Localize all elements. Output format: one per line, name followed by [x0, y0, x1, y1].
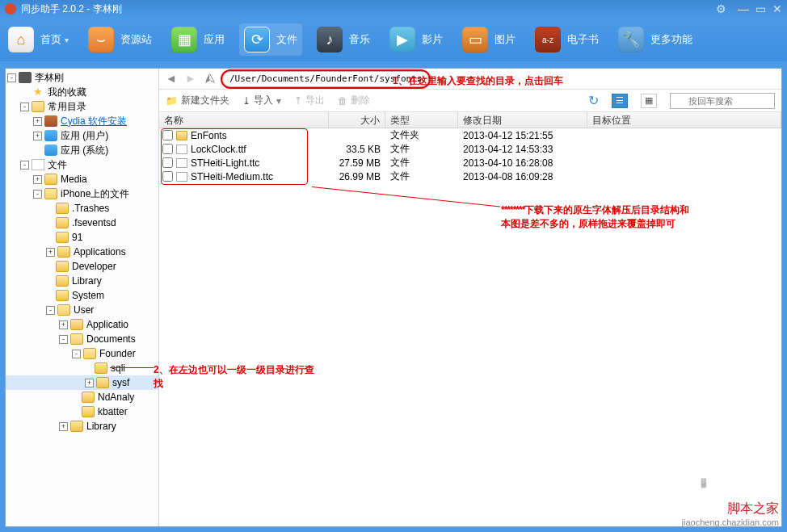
expand-icon[interactable]: +: [33, 175, 42, 184]
tree-iphone-files[interactable]: -iPhone上的文件: [6, 186, 158, 201]
picture-icon: ▭: [462, 27, 488, 52]
main-toolbar: ⌂首页▾ ⌣资源站 ▦应用 ⟳文件 ♪音乐 ▶影片 ▭图片 a-z电子书 🔧更多…: [0, 18, 787, 61]
back-button[interactable]: ◄: [164, 72, 179, 86]
expand-icon[interactable]: +: [59, 320, 68, 329]
folder-icon: [44, 174, 57, 185]
tree-files[interactable]: -文件: [6, 157, 158, 172]
tree-favorites[interactable]: ★我的收藏: [6, 85, 158, 99]
expand-icon[interactable]: +: [59, 422, 68, 431]
folder-icon: [96, 377, 109, 388]
file-date: 2013-04-12 15:21:55: [458, 130, 587, 141]
tree-ndanaly[interactable]: NdAnaly: [6, 390, 158, 404]
tree-documents[interactable]: -Documents: [6, 332, 158, 346]
nav-music[interactable]: ♪音乐: [317, 27, 370, 52]
tree-fseventsd[interactable]: .fseventsd: [6, 216, 158, 230]
nav-app[interactable]: ▦应用: [171, 27, 225, 52]
expand-icon[interactable]: +: [33, 132, 42, 140]
col-target-header[interactable]: 目标位置: [587, 112, 781, 128]
view-list-button[interactable]: ☰: [612, 94, 628, 108]
delete-button[interactable]: 🗑删除: [338, 94, 370, 107]
file-row[interactable]: EnFonts文件夹2013-04-12 15:21:55: [159, 128, 781, 142]
row-checkbox[interactable]: [162, 130, 173, 140]
col-date-header[interactable]: 修改日期: [458, 112, 587, 128]
expand-icon[interactable]: +: [46, 248, 55, 257]
forward-button[interactable]: ►: [183, 72, 198, 86]
row-checkbox[interactable]: [162, 171, 173, 182]
close-button[interactable]: ✕: [772, 2, 782, 15]
tree-91[interactable]: 91: [6, 230, 158, 245]
tree-founder[interactable]: -Founder: [6, 346, 158, 361]
collapse-icon[interactable]: -: [46, 306, 55, 315]
file-size: 26.99 MB: [329, 171, 385, 182]
file-date: 2013-04-10 16:28:08: [458, 157, 587, 169]
import-button[interactable]: ⤓导入▾: [242, 94, 281, 107]
tree-trashes[interactable]: .Trashes: [6, 201, 158, 216]
bag-icon: ⌣: [88, 27, 114, 52]
tree-cydia[interactable]: +Cydia 软件安装: [6, 114, 158, 128]
import-icon: ⤓: [242, 95, 250, 107]
collapse-icon[interactable]: -: [20, 103, 29, 111]
tree-applicatio[interactable]: +Applicatio: [6, 317, 158, 332]
file-row[interactable]: STHeiti-Medium.ttc26.99 MB文件2013-04-08 1…: [159, 170, 781, 183]
nav-more[interactable]: 🔧更多功能: [618, 27, 692, 52]
chevron-down-icon: ▾: [65, 36, 69, 44]
search-wrap: 🔍: [670, 93, 775, 109]
minimize-button[interactable]: —: [738, 2, 749, 15]
tree-library2[interactable]: +Library: [6, 419, 158, 434]
file-name: EnFonts: [191, 130, 227, 141]
star-icon: ★: [32, 86, 44, 98]
file-type: 文件: [385, 142, 458, 156]
col-type-header[interactable]: 类型: [385, 112, 458, 128]
search-input[interactable]: [670, 93, 775, 109]
col-name-header[interactable]: 名称: [159, 112, 329, 128]
folder-icon: [57, 246, 70, 258]
maximize-button[interactable]: ▭: [755, 2, 766, 15]
export-button[interactable]: ⤒导出: [294, 94, 325, 107]
expand-icon[interactable]: +: [33, 117, 42, 126]
tree-media[interactable]: +Media: [6, 172, 158, 186]
collapse-icon[interactable]: -: [33, 190, 42, 199]
tree-app-user[interactable]: +应用 (用户): [6, 128, 158, 143]
sidebar-tree[interactable]: -李林刚 ★我的收藏 -常用目录 +Cydia 软件安装 +应用 (用户) 应用…: [6, 69, 159, 526]
nav-file[interactable]: ⟳文件: [239, 23, 302, 56]
tree-library[interactable]: Library: [6, 274, 158, 288]
file-date: 2013-04-12 14:53:33: [458, 144, 587, 155]
file-type: 文件夹: [385, 128, 458, 142]
tree-system[interactable]: System: [6, 288, 158, 303]
folder-icon: [82, 406, 95, 417]
annotation-3: ********下载下来的原生字体解压后目录结构和 本图是差不多的，原样拖进来覆…: [501, 203, 711, 231]
row-checkbox[interactable]: [162, 157, 173, 168]
tree-sysf[interactable]: +sysf: [6, 375, 158, 390]
file-row[interactable]: LockClock.ttf33.5 KB文件2013-04-12 14:53:3…: [159, 142, 781, 156]
tree-sqli[interactable]: sqli: [6, 361, 158, 375]
collapse-icon[interactable]: -: [20, 161, 29, 170]
tree-kbatter[interactable]: kbatter: [6, 404, 158, 419]
expand-icon[interactable]: +: [85, 379, 94, 387]
nav-home[interactable]: ⌂首页▾: [8, 27, 69, 52]
view-grid-button[interactable]: ▦: [641, 94, 657, 108]
settings-icon[interactable]: ⚙: [716, 2, 726, 15]
home-icon: ⌂: [8, 27, 34, 52]
row-checkbox[interactable]: [162, 144, 173, 154]
collapse-icon[interactable]: -: [59, 335, 68, 344]
nav-ebook[interactable]: a-z电子书: [535, 27, 599, 52]
refresh-button[interactable]: ↻: [588, 93, 599, 108]
nav-picture[interactable]: ▭图片: [462, 27, 516, 52]
tree-common-dir[interactable]: -常用目录: [6, 99, 158, 114]
up-button[interactable]: ⮙: [203, 72, 217, 86]
collapse-icon[interactable]: -: [7, 73, 16, 82]
tree-app-sys[interactable]: 应用 (系统): [6, 143, 158, 157]
tree-device-root[interactable]: -李林刚: [6, 70, 158, 85]
file-size: 27.59 MB: [329, 157, 385, 169]
collapse-icon[interactable]: -: [72, 350, 81, 358]
tree-developer[interactable]: Developer: [6, 259, 158, 274]
col-size-header[interactable]: 大小: [329, 112, 385, 128]
file-row[interactable]: STHeiti-Light.ttc27.59 MB文件2013-04-10 16…: [159, 156, 781, 170]
tree-user[interactable]: -User: [6, 303, 158, 317]
app-icon: [5, 3, 16, 15]
new-folder-button[interactable]: 📁新建文件夹: [166, 94, 229, 107]
watermark: 威锋网 ▣ 📱 WEiPHONE.com 查字典教程网 脚本之家 jiaoche…: [682, 466, 779, 527]
nav-resource[interactable]: ⌣资源站: [88, 27, 152, 52]
nav-movie[interactable]: ▶影片: [389, 27, 443, 52]
tree-applications[interactable]: +Applications: [6, 245, 158, 259]
